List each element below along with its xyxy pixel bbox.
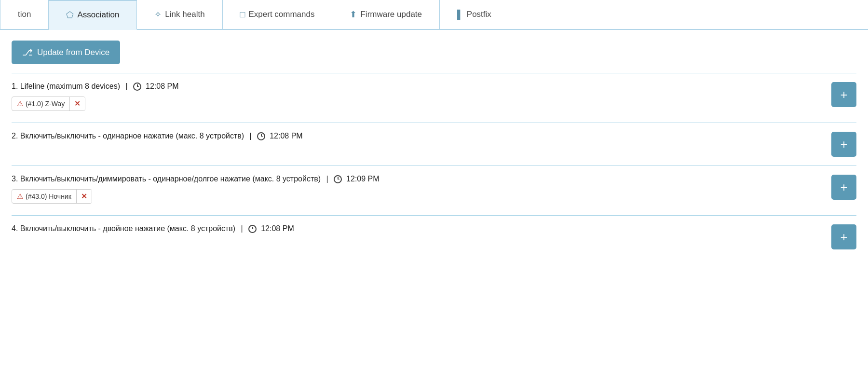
tab-action[interactable]: tion	[0, 0, 49, 29]
association-content-4: 4. Включить/выключить - двойное нажатие …	[12, 224, 824, 239]
tab-link-health-label: Link health	[165, 10, 204, 19]
association-content-3: 3. Включить/выключить/диммировать - один…	[12, 175, 824, 207]
clock-icon-3	[334, 175, 342, 183]
association-content-1: 1. Lifeline (maximum 8 devices) | 12:08 …	[12, 82, 824, 114]
tag-text-3-0: (#43.0) Ночник	[26, 193, 71, 200]
tab-expert-commands[interactable]: □ Expert commands	[223, 0, 333, 29]
warning-icon-3-0: ⚠	[17, 192, 23, 201]
association-content-2: 2. Включить/выключить - одинарное нажати…	[12, 132, 824, 146]
clock-icon-1	[133, 83, 141, 91]
clock-icon-4	[248, 225, 257, 233]
clock-icon-2	[257, 132, 265, 140]
association-section-1: 1. Lifeline (maximum 8 devices) | 12:08 …	[12, 73, 856, 119]
association-title-3: 3. Включить/выключить/диммировать - один…	[12, 175, 824, 183]
update-icon: ⎇	[22, 47, 33, 58]
tab-postfix[interactable]: ▌ Postfix	[440, 0, 509, 29]
association-title-2: 2. Включить/выключить - одинарное нажати…	[12, 132, 824, 140]
association-row-4: 4. Включить/выключить - двойное нажатие …	[12, 224, 856, 249]
update-from-device-button[interactable]: ⎇ Update from Device	[12, 41, 120, 64]
warning-icon-1-0: ⚠	[17, 99, 23, 108]
tag-3-0: ⚠ (#43.0) Ночник ✕	[12, 189, 92, 204]
tab-firmware-update-label: Firmware update	[360, 10, 422, 19]
tab-postfix-label: Postfix	[467, 10, 491, 19]
tag-label-3-0: ⚠ (#43.0) Ночник	[12, 190, 76, 203]
add-association-button-2[interactable]: +	[831, 132, 856, 157]
association-icon: ⬠	[66, 10, 74, 20]
association-title-1: 1. Lifeline (maximum 8 devices) | 12:08 …	[12, 82, 824, 91]
postfix-icon: ▌	[457, 10, 463, 20]
association-title-text-1: 1. Lifeline (maximum 8 devices)	[12, 82, 120, 91]
tag-remove-3-0[interactable]: ✕	[76, 190, 92, 203]
tab-expert-commands-label: Expert commands	[248, 10, 314, 19]
tag-label-1-0: ⚠ (#1.0) Z-Way	[12, 97, 69, 110]
add-association-button-1[interactable]: +	[831, 82, 856, 107]
association-time-4: 12:08 PM	[261, 224, 294, 233]
tab-association-label: Association	[77, 10, 119, 20]
association-row-3: 3. Включить/выключить/диммировать - один…	[12, 175, 856, 207]
update-button-label: Update from Device	[37, 48, 109, 57]
association-title-text-4: 4. Включить/выключить - двойное нажатие …	[12, 224, 235, 233]
add-association-button-3[interactable]: +	[831, 175, 856, 200]
association-tags-3: ⚠ (#43.0) Ночник ✕	[12, 189, 824, 204]
association-section-4: 4. Включить/выключить - двойное нажатие …	[12, 215, 856, 254]
tab-firmware-update[interactable]: ⬆ Firmware update	[332, 0, 440, 29]
tab-bar: tion ⬠ Association ✧ Link health □ Exper…	[0, 0, 868, 30]
association-time-3: 12:09 PM	[346, 175, 379, 183]
association-title-text-2: 2. Включить/выключить - одинарное нажати…	[12, 132, 244, 140]
association-title-text-3: 3. Включить/выключить/диммировать - один…	[12, 175, 321, 183]
association-time-1: 12:08 PM	[146, 82, 178, 91]
tag-text-1-0: (#1.0) Z-Way	[26, 100, 65, 108]
association-title-4: 4. Включить/выключить - двойное нажатие …	[12, 224, 824, 233]
association-section-3: 3. Включить/выключить/диммировать - один…	[12, 165, 856, 211]
association-tags-1: ⚠ (#1.0) Z-Way ✕	[12, 96, 824, 111]
tab-action-label: tion	[18, 10, 31, 19]
tab-link-health[interactable]: ✧ Link health	[137, 0, 222, 29]
add-association-button-4[interactable]: +	[831, 224, 856, 249]
association-row-1: 1. Lifeline (maximum 8 devices) | 12:08 …	[12, 82, 856, 114]
tag-1-0: ⚠ (#1.0) Z-Way ✕	[12, 96, 85, 111]
association-time-2: 12:08 PM	[270, 132, 302, 140]
firmware-update-icon: ⬆	[350, 9, 357, 20]
main-content: ⎇ Update from Device 1. Lifeline (maximu…	[0, 30, 868, 254]
expert-commands-icon: □	[240, 10, 245, 20]
association-section-2: 2. Включить/выключить - одинарное нажати…	[12, 123, 856, 162]
link-health-icon: ✧	[154, 9, 162, 20]
tag-remove-1-0[interactable]: ✕	[69, 97, 85, 110]
tab-association[interactable]: ⬠ Association	[49, 0, 137, 30]
association-row-2: 2. Включить/выключить - одинарное нажати…	[12, 132, 856, 157]
